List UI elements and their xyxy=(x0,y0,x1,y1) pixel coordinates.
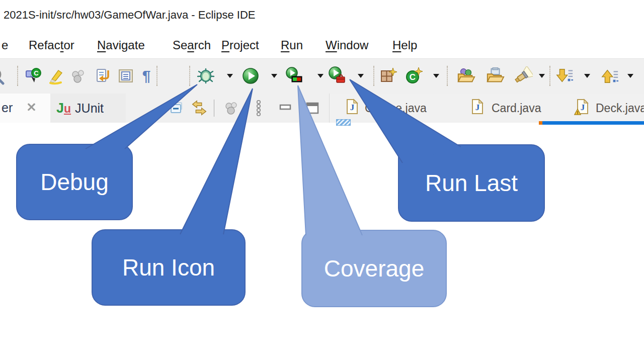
tab-course-label: Course.java xyxy=(365,102,427,115)
coverage-icon[interactable] xyxy=(285,65,304,86)
svg-text:C: C xyxy=(410,72,416,82)
menu-item-refactor[interactable]: Refactor xyxy=(29,32,74,58)
new-class-dropdown-icon[interactable] xyxy=(433,74,439,78)
close-icon[interactable]: ✕ xyxy=(26,100,37,115)
minimize-icon[interactable] xyxy=(276,99,294,117)
title-bar: 2021S-init/src/hw03/GameOfWar.java - Ecl… xyxy=(0,0,644,32)
next-annotation-icon[interactable] xyxy=(555,65,574,86)
toolbar-separator xyxy=(17,66,19,86)
svg-text:C: C xyxy=(34,69,39,77)
svg-text:J: J xyxy=(475,103,480,112)
selected-tab-underline xyxy=(542,121,644,125)
run-last-dropdown-icon[interactable] xyxy=(358,74,364,78)
maximize-icon[interactable] xyxy=(303,99,321,117)
annotations-disabled-icon[interactable] xyxy=(68,65,88,86)
main-toolbar: C ¶ xyxy=(0,58,644,94)
tab-junit[interactable]: Ju JUnit xyxy=(50,94,126,123)
menu-item-run[interactable]: Run xyxy=(281,32,303,58)
open-resource-icon[interactable] xyxy=(486,65,505,86)
coverage-dropdown-icon[interactable] xyxy=(317,74,324,78)
selected-tab-underline-accent xyxy=(539,121,542,125)
pilcrow-glyph: ¶ xyxy=(142,67,151,84)
window-title: 2021S-init/src/hw03/GameOfWar.java - Ecl… xyxy=(4,9,255,22)
editor-ruler-marker xyxy=(336,119,351,126)
open-type-icon[interactable] xyxy=(456,65,475,86)
new-java-project-icon[interactable] xyxy=(378,65,397,86)
svg-text:J: J xyxy=(350,103,355,112)
view-menu-icon[interactable] xyxy=(250,99,268,117)
previous-annotation-dropdown-icon[interactable] xyxy=(627,74,633,78)
editor-tab-strip: J Course.java J Card.java J ! Deck.java xyxy=(329,94,644,123)
menu-item-search[interactable]: Search xyxy=(173,32,211,58)
java-file-icon: J xyxy=(346,99,359,115)
toolbar-separator xyxy=(373,66,375,86)
menu-item-window[interactable]: Window xyxy=(326,32,368,58)
menu-bar: e Refactor Navigate Search Project Run W… xyxy=(0,32,644,58)
debug-dropdown-icon[interactable] xyxy=(227,74,233,78)
view-toolbar-separator xyxy=(214,100,214,117)
menu-item-help[interactable]: Help xyxy=(392,32,417,58)
previous-annotation-icon[interactable] xyxy=(600,65,619,86)
search-torch-icon[interactable] xyxy=(514,65,533,86)
next-annotation-dropdown-icon[interactable] xyxy=(584,74,590,78)
java-file-warning-icon: J ! xyxy=(574,99,589,116)
tab-label-partial: er xyxy=(2,101,13,115)
search-icon-partial[interactable] xyxy=(0,65,11,86)
show-source-icon[interactable] xyxy=(116,65,135,86)
menu-item-project[interactable]: Project xyxy=(221,32,259,58)
menu-item-partial[interactable]: e xyxy=(2,32,8,58)
show-whitespace-icon[interactable]: ¶ xyxy=(137,65,156,86)
content-area xyxy=(0,123,644,362)
run-last-tool-icon[interactable] xyxy=(328,65,347,86)
menu-item-navigate[interactable]: Navigate xyxy=(97,32,145,58)
torch-dropdown-icon[interactable] xyxy=(539,74,545,78)
toolbar-separator xyxy=(447,66,449,86)
filters-icon[interactable] xyxy=(222,99,240,117)
next-edit-location-icon[interactable] xyxy=(94,65,113,86)
tab-deck-label: Deck.java xyxy=(596,102,644,115)
run-icon[interactable] xyxy=(241,65,260,86)
svg-text:J: J xyxy=(581,103,585,112)
toolbar-separator xyxy=(549,66,551,86)
collapse-all-icon[interactable] xyxy=(167,99,185,117)
last-edit-location-icon[interactable]: C xyxy=(23,65,42,86)
link-with-editor-icon[interactable] xyxy=(190,99,208,117)
tab-junit-label: JUnit xyxy=(75,101,104,116)
view-tab-row: er ✕ Ju JUnit xyxy=(0,94,644,123)
highlighter-icon[interactable] xyxy=(47,65,66,86)
debug-icon[interactable] xyxy=(196,65,215,86)
junit-icon: Ju xyxy=(56,101,71,116)
tab-card-label: Card.java xyxy=(492,102,541,115)
java-file-icon: J xyxy=(471,99,484,115)
toolbar-separator xyxy=(156,66,158,86)
toolbar-separator xyxy=(189,66,191,86)
package-explorer-tab-partial[interactable]: er ✕ xyxy=(0,94,50,123)
svg-text:!: ! xyxy=(577,110,579,115)
run-dropdown-icon[interactable] xyxy=(271,74,277,78)
new-java-class-icon[interactable]: C xyxy=(404,65,423,86)
